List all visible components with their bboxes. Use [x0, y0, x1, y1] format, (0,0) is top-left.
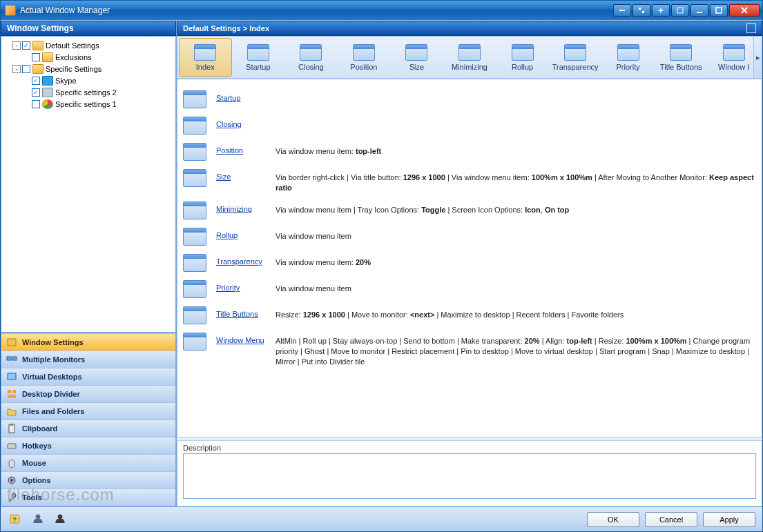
category-files-and-folders[interactable]: Files and Folders [1, 402, 175, 420]
settings-tree[interactable]: -✓Default SettingsExclusions-Specific Se… [1, 36, 176, 333]
toolbar-next-arrow[interactable]: ▸ [753, 37, 762, 78]
setting-link-minimizing[interactable]: Minimizing [216, 201, 276, 213]
svg-point-23 [58, 514, 63, 519]
setting-link-position[interactable]: Position [216, 143, 276, 155]
tree-item-label: Specific Settings [46, 65, 102, 73]
category-window-settings[interactable]: Window Settings [1, 333, 175, 351]
svg-rect-7 [7, 357, 11, 360]
svg-rect-9 [8, 373, 16, 380]
tree-checkbox[interactable]: ✓ [22, 41, 30, 50]
titlebar-aux1-button[interactable] [613, 4, 631, 17]
tree-expander-icon[interactable]: - [12, 41, 21, 50]
toolbar-minimizing[interactable]: Minimizing [443, 38, 496, 77]
tree-item-label: Exclusions [55, 53, 92, 61]
minimize-button[interactable] [690, 4, 708, 17]
ok-button[interactable]: OK [587, 512, 639, 527]
window-icon [183, 228, 206, 246]
tree-expander-icon[interactable]: - [12, 65, 21, 73]
toolbar-transparency[interactable]: Transparency [549, 38, 602, 77]
setting-row: Title ButtonsResize: 1296 x 1000 | Move … [183, 302, 756, 328]
tree-item[interactable]: ✓Skype [3, 75, 174, 86]
setting-link-size[interactable]: Size [216, 169, 276, 181]
toolbar-priority[interactable]: Priority [601, 38, 655, 77]
setting-link-title-buttons[interactable]: Title Buttons [216, 306, 276, 318]
category-label: Clipboard [22, 424, 57, 433]
category-tools[interactable]: Tools [1, 489, 175, 506]
titlebar-aux3-button[interactable] [652, 4, 670, 17]
tree-checkbox[interactable]: ✓ [32, 77, 40, 85]
skype-icon [42, 76, 53, 86]
svg-rect-15 [8, 444, 16, 449]
category-icon [6, 388, 18, 400]
category-options[interactable]: Options [1, 471, 175, 489]
apply-button[interactable]: Apply [703, 512, 755, 527]
tree-item[interactable]: ✓Specific settings 2 [3, 86, 174, 98]
category-clipboard[interactable]: Clipboard [1, 420, 175, 437]
app-title: Actual Window Manager [20, 6, 110, 15]
category-mouse[interactable]: Mouse [1, 454, 175, 471]
setting-link-window-menu[interactable]: Window Menu [216, 333, 276, 344]
window-icon [617, 44, 639, 61]
category-virtual-desktops[interactable]: Virtual Desktops [1, 368, 175, 385]
category-multiple-monitors[interactable]: Multiple Monitors [1, 351, 175, 368]
setting-link-priority[interactable]: Priority [216, 280, 276, 292]
setting-summary: Via window menu item: top-left [276, 143, 381, 157]
window-icon [194, 44, 216, 61]
window-icon [670, 44, 692, 61]
description-textarea[interactable] [183, 453, 756, 499]
toolbar-label: Priority [617, 63, 640, 71]
toolbar-position[interactable]: Position [338, 38, 391, 77]
maximize-button[interactable] [710, 4, 728, 17]
category-label: Files and Folders [22, 407, 84, 415]
category-label: Multiple Monitors [22, 355, 85, 364]
help-button[interactable]: ? [8, 512, 24, 527]
toolbar-closing[interactable]: Closing [284, 38, 338, 77]
setting-summary: Via window menu item [276, 280, 351, 294]
category-label: Options [22, 476, 51, 484]
setting-link-startup[interactable]: Startup [216, 90, 276, 102]
toolbar-label: Startup [246, 63, 270, 71]
tree-item-label: Specific settings 2 [55, 88, 117, 97]
toolbar-title-buttons[interactable]: Title Buttons [655, 38, 708, 77]
tree-checkbox[interactable] [32, 53, 40, 61]
tree-checkbox[interactable]: ✓ [32, 88, 40, 97]
category-hotkeys[interactable]: Hotkeys [1, 437, 175, 454]
category-label: Virtual Desktops [22, 373, 82, 381]
cancel-button[interactable]: Cancel [645, 512, 697, 527]
tree-item[interactable]: -Specific Settings [3, 63, 174, 75]
toolbar-rollup[interactable]: Rollup [496, 38, 549, 77]
tree-checkbox[interactable] [22, 65, 30, 73]
toolbar-label: Minimizing [452, 63, 487, 71]
titlebar-aux2-button[interactable] [632, 4, 650, 17]
bottom-bar: ? OK Cancel Apply [1, 506, 762, 531]
tree-item[interactable]: Exclusions [3, 51, 174, 63]
window-icon [247, 44, 269, 61]
tree-item[interactable]: Specific settings 1 [3, 98, 174, 110]
toolbar-index[interactable]: Index [179, 38, 232, 77]
tree-item[interactable]: -✓Default Settings [3, 39, 174, 51]
setting-link-rollup[interactable]: Rollup [216, 228, 276, 239]
toolbar-window-i[interactable]: Window I [707, 38, 760, 77]
toolbar-label: Rollup [512, 63, 533, 71]
category-desktop-divider[interactable]: Desktop Divider [1, 385, 175, 402]
maximize-panel-icon[interactable] [746, 23, 756, 33]
category-icon [6, 492, 18, 503]
svg-rect-10 [8, 390, 11, 393]
setting-row: SizeVia border right-click | Via title b… [183, 165, 756, 197]
setting-link-closing[interactable]: Closing [216, 117, 276, 128]
toolbar-startup[interactable]: Startup [232, 38, 285, 77]
setting-link-transparency[interactable]: Transparency [216, 254, 276, 266]
setting-summary: Via window menu item: 20% [276, 254, 371, 268]
profile2-button[interactable] [52, 512, 68, 527]
close-button[interactable] [729, 4, 760, 17]
category-label: Mouse [22, 459, 46, 467]
toolbar-size[interactable]: Size [390, 38, 443, 77]
window-icon [183, 143, 206, 161]
category-icon [6, 406, 18, 417]
profile1-button[interactable] [30, 512, 46, 527]
tree-checkbox[interactable] [32, 100, 40, 108]
category-list: Window SettingsMultiple MonitorsVirtual … [1, 333, 176, 506]
svg-rect-8 [12, 357, 17, 360]
titlebar-aux4-button[interactable] [671, 4, 689, 17]
folder-icon [32, 64, 44, 74]
